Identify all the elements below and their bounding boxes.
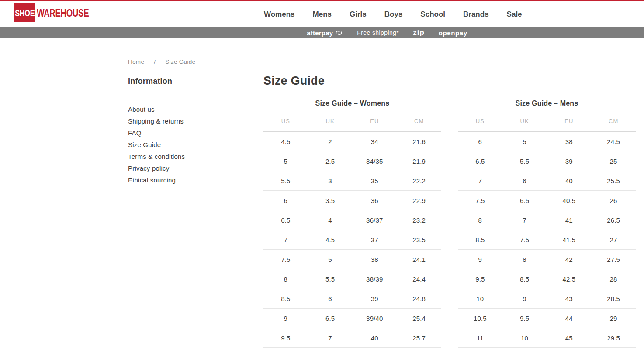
breadcrumb-separator: / <box>154 58 156 65</box>
breadcrumb-current: Size Guide <box>165 58 195 65</box>
table-cell: 9.5 <box>458 275 502 283</box>
sidebar-item-terms-conditions[interactable]: Terms & conditions <box>128 153 185 160</box>
table-cell: 7.5 <box>502 236 547 244</box>
size-tables: Size Guide – WomensUSUKEUCM4.523421.652.… <box>263 100 637 348</box>
table-header-row: USUKEUCM <box>458 118 636 132</box>
table-cell: 9 <box>263 315 308 322</box>
openpay-logo-text: openpay <box>439 29 467 37</box>
table-row: 52.534/3521.9 <box>263 151 441 171</box>
table-cell: 39 <box>547 158 592 165</box>
table-cell: 5 <box>502 138 547 145</box>
table-title: Size Guide – Mens <box>458 100 636 107</box>
column-header-eu: EU <box>547 118 592 124</box>
sidebar-item-faq[interactable]: FAQ <box>128 129 142 137</box>
table-cell: 29 <box>591 315 636 322</box>
table-cell: 25.4 <box>397 315 441 322</box>
zip-logo: zip <box>413 28 425 37</box>
table-row: 1094328.5 <box>458 289 636 309</box>
table-cell: 6.5 <box>308 315 353 322</box>
table-cell: 3.5 <box>308 197 353 204</box>
table-cell: 39/40 <box>353 315 397 322</box>
table-cell: 45 <box>547 334 592 342</box>
table-cell: 36/37 <box>353 217 397 224</box>
sidebar: Information About usShipping & returnsFA… <box>128 77 247 188</box>
sidebar-item-size-guide[interactable]: Size Guide <box>128 141 161 148</box>
table-cell: 5.5 <box>502 158 547 165</box>
table-cell: 25.5 <box>591 177 636 185</box>
afterpay-loop-icon <box>335 30 343 36</box>
table-cell: 38 <box>547 138 592 145</box>
afterpay-logo-text: afterpay <box>307 29 333 37</box>
table-cell: 24.4 <box>397 275 441 283</box>
sidebar-item: FAQ <box>128 129 247 137</box>
column-header-us: US <box>263 118 308 124</box>
table-cell: 9 <box>502 295 547 302</box>
openpay-logo: openpay <box>439 29 467 37</box>
sidebar-item-privacy-policy[interactable]: Privacy policy <box>128 165 170 172</box>
table-cell: 7.5 <box>263 256 308 263</box>
table-row: 74.53723.5 <box>263 230 441 250</box>
table-cell: 8.5 <box>502 275 547 283</box>
nav-item-mens[interactable]: Mens <box>313 10 332 19</box>
sidebar-item-ethical-sourcing[interactable]: Ethical sourcing <box>128 176 176 184</box>
table-cell: 26 <box>591 197 636 204</box>
table-cell: 6 <box>502 177 547 185</box>
sidebar-item-shipping-returns[interactable]: Shipping & returns <box>128 117 184 125</box>
breadcrumb: Home / Size Guide <box>128 58 195 65</box>
table-cell: 39 <box>353 295 397 302</box>
table-cell: 37 <box>353 236 397 244</box>
table-cell: 5 <box>308 256 353 263</box>
table-cell: 28.5 <box>591 295 636 302</box>
sidebar-divider <box>128 97 247 97</box>
table-cell: 6 <box>263 197 308 204</box>
column-header-cm: CM <box>591 118 636 124</box>
table-cell: 36 <box>353 197 397 204</box>
table-cell: 7 <box>308 334 353 342</box>
column-header-us: US <box>458 118 502 124</box>
table-cell: 24.5 <box>591 138 636 145</box>
nav-item-girls[interactable]: Girls <box>350 10 367 19</box>
table-row: 96.539/4025.4 <box>263 309 441 328</box>
table-cell: 25.7 <box>397 334 441 342</box>
logo[interactable]: SHOE WAREHOUSE <box>14 3 104 22</box>
table-cell: 43 <box>547 295 592 302</box>
table-cell: 6.5 <box>263 217 308 224</box>
table-cell: 38 <box>353 256 397 263</box>
table-row: 984227.5 <box>458 250 636 269</box>
nav-item-sale[interactable]: Sale <box>507 10 522 19</box>
main-content: Size Guide Size Guide – WomensUSUKEUCM4.… <box>263 74 637 348</box>
nav-item-boys[interactable]: Boys <box>384 10 403 19</box>
table-row: 6.5436/3723.2 <box>263 210 441 230</box>
table-cell: 7.5 <box>458 197 502 204</box>
table-cell: 44 <box>547 315 592 322</box>
table-cell: 27.5 <box>591 256 636 263</box>
nav-item-womens[interactable]: Womens <box>264 10 295 19</box>
table-row: 653824.5 <box>458 132 636 151</box>
sidebar-item: Privacy policy <box>128 165 247 172</box>
table-cell: 22.2 <box>397 177 441 185</box>
size-table-size-guide-mens: Size Guide – MensUSUKEUCM653824.56.55.53… <box>458 100 636 348</box>
sidebar-item: Ethical sourcing <box>128 176 247 184</box>
table-cell: 8 <box>458 217 502 224</box>
table-cell: 2.5 <box>308 158 353 165</box>
sidebar-item: Shipping & returns <box>128 117 247 125</box>
breadcrumb-home[interactable]: Home <box>128 58 144 65</box>
table-row: 11104529.5 <box>458 328 636 348</box>
free-shipping-text: Free shipping* <box>357 29 399 36</box>
table-row: 85.538/3924.4 <box>263 269 441 289</box>
table-cell: 4.5 <box>263 138 308 145</box>
nav-item-brands[interactable]: Brands <box>463 10 489 19</box>
table-cell: 38/39 <box>353 275 397 283</box>
table-cell: 9.5 <box>502 315 547 322</box>
table-cell: 22.9 <box>397 197 441 204</box>
table-cell: 8 <box>263 275 308 283</box>
table-cell: 40.5 <box>547 197 592 204</box>
logo-shoe-box: SHOE <box>14 3 35 22</box>
table-row: 9.574025.7 <box>263 328 441 348</box>
table-cell: 4.5 <box>308 236 353 244</box>
table-row: 7.56.540.526 <box>458 191 636 210</box>
logo-shoe-text: SHOE <box>15 8 35 18</box>
nav-item-school[interactable]: School <box>420 10 445 19</box>
table-cell: 6 <box>308 295 353 302</box>
sidebar-item-about-us[interactable]: About us <box>128 106 155 113</box>
